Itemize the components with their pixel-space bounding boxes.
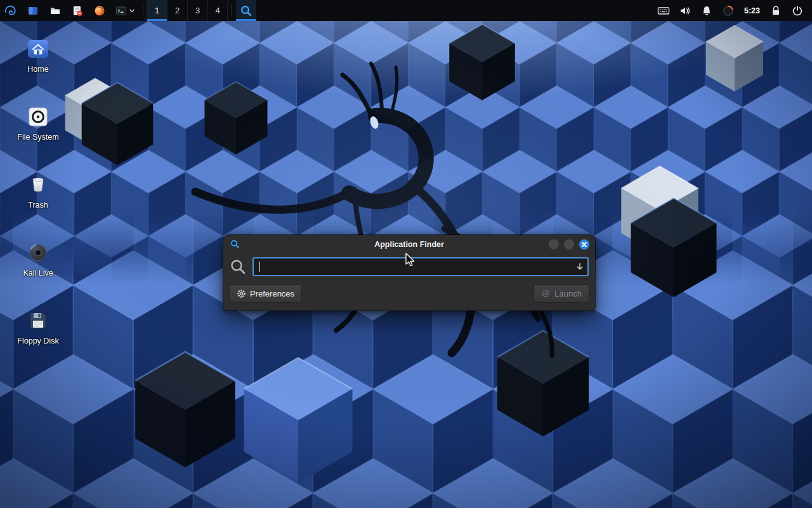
keyboard-indicator-icon: [657, 4, 670, 17]
panel-right: 5:23: [653, 0, 812, 21]
launcher-text-editor-button[interactable]: [66, 0, 88, 21]
chevron-down-icon: [129, 8, 135, 14]
cdrom-icon: [25, 240, 51, 265]
gear-icon: [237, 289, 246, 298]
workspace-2[interactable]: 2: [167, 0, 187, 21]
lock-icon: [769, 4, 782, 17]
status-indicator-icon: [722, 4, 735, 17]
workspace-3[interactable]: 3: [187, 0, 207, 21]
home-icon: [25, 36, 51, 62]
text-caret: [259, 262, 260, 272]
launcher-window-button[interactable]: [22, 0, 44, 21]
search-icon: [230, 258, 247, 276]
file-manager-icon: [49, 5, 61, 17]
taskbar-application-finder[interactable]: [236, 0, 256, 21]
terminal-icon: [115, 5, 127, 17]
desktop-icon-kali-live[interactable]: Kali Live: [8, 240, 69, 278]
notifications-icon: [700, 4, 713, 17]
workspace-switcher: 1 2 3 4: [147, 0, 228, 21]
preferences-label: Preferences: [250, 289, 294, 298]
panel-separator: [143, 4, 143, 17]
lock-button[interactable]: [765, 0, 787, 21]
desktop-icon-home[interactable]: Home: [8, 36, 69, 74]
desktop-icon-file-system[interactable]: File System: [8, 104, 69, 142]
top-panel: 1 2 3 4: [0, 0, 812, 21]
panel-left: 1 2 3 4: [0, 0, 256, 21]
launch-button[interactable]: Launch: [534, 284, 589, 303]
close-button[interactable]: [579, 239, 589, 250]
search-input-wrap: [252, 257, 589, 276]
launch-label: Launch: [554, 289, 582, 298]
clock[interactable]: 5:23: [739, 6, 765, 15]
search-input[interactable]: [252, 257, 589, 276]
window-title: Application Finder: [228, 240, 590, 249]
firefox-icon: [94, 5, 105, 17]
mouse-cursor: [403, 252, 417, 267]
desktop-icon-label: Floppy Disk: [17, 337, 58, 346]
action-row: Preferences Launch: [223, 281, 595, 311]
desktop-icon-label: Home: [27, 65, 48, 74]
volume-button[interactable]: [674, 0, 696, 21]
volume-icon: [679, 4, 691, 17]
notifications-button[interactable]: [696, 0, 717, 21]
desktop-icon-label: Kali Live: [23, 269, 53, 278]
dropdown-arrow-icon[interactable]: [575, 262, 584, 271]
desktop-icon-trash[interactable]: Trash: [8, 172, 69, 210]
file-system-icon: [25, 104, 51, 130]
desktop-icon-floppy-disk[interactable]: Floppy Disk: [8, 308, 69, 346]
appfinder-icon: [240, 4, 252, 17]
minimize-button[interactable]: [549, 239, 559, 250]
power-button[interactable]: [787, 0, 808, 21]
window-controls: [549, 239, 589, 250]
desktop-icon-label: File System: [17, 133, 58, 142]
kali-logo-icon: [4, 4, 18, 18]
preferences-button[interactable]: Preferences: [229, 284, 302, 303]
maximize-button[interactable]: [564, 239, 574, 250]
launcher-file-manager-button[interactable]: [44, 0, 66, 21]
application-finder-window: Application Finder: [223, 235, 595, 311]
launcher-firefox-button[interactable]: [88, 0, 110, 21]
launcher-terminal-button[interactable]: [110, 0, 140, 21]
panel-separator: [231, 4, 232, 17]
appfinder-window-icon: [230, 239, 240, 249]
workspace-1[interactable]: 1: [147, 0, 167, 21]
text-editor-icon: [72, 5, 83, 17]
status-indicator-button[interactable]: [717, 0, 739, 21]
app-window-icon: [27, 5, 39, 17]
close-icon: [579, 239, 589, 250]
launch-icon: [541, 289, 551, 298]
trash-icon: [25, 172, 51, 197]
power-icon: [791, 4, 804, 17]
keyboard-indicator-button[interactable]: [653, 0, 674, 21]
titlebar[interactable]: Application Finder: [223, 235, 595, 254]
kali-menu-button[interactable]: [0, 0, 22, 21]
desktop-icon-label: Trash: [28, 201, 48, 210]
workspace-4[interactable]: 4: [207, 0, 228, 21]
floppy-icon: [25, 308, 51, 333]
